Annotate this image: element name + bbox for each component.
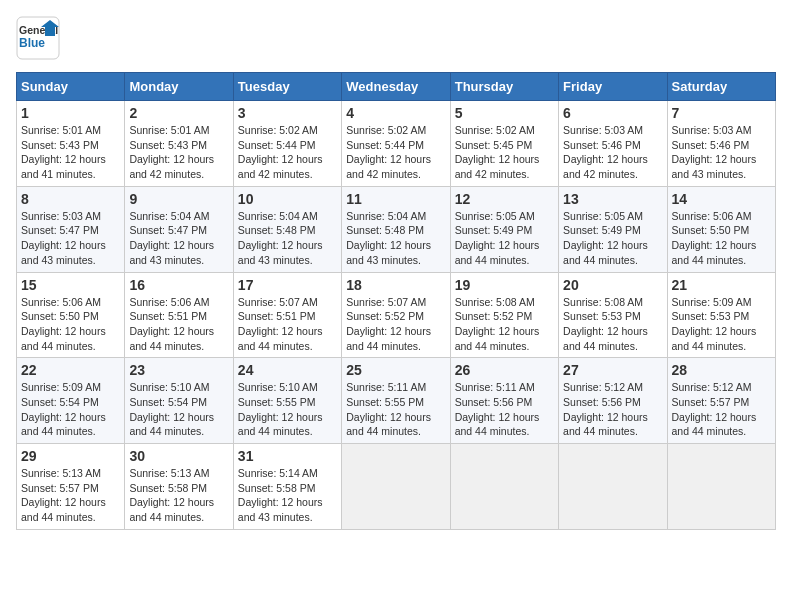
calendar-cell: 27Sunrise: 5:12 AM Sunset: 5:56 PM Dayli… xyxy=(559,358,667,444)
day-number: 1 xyxy=(21,105,120,121)
day-info: Sunrise: 5:13 AM Sunset: 5:58 PM Dayligh… xyxy=(129,466,228,525)
day-number: 24 xyxy=(238,362,337,378)
calendar-cell: 2Sunrise: 5:01 AM Sunset: 5:43 PM Daylig… xyxy=(125,101,233,187)
day-number: 6 xyxy=(563,105,662,121)
day-info: Sunrise: 5:10 AM Sunset: 5:55 PM Dayligh… xyxy=(238,380,337,439)
day-number: 5 xyxy=(455,105,554,121)
day-info: Sunrise: 5:02 AM Sunset: 5:44 PM Dayligh… xyxy=(346,123,445,182)
page-header: General Blue xyxy=(16,16,776,60)
day-number: 15 xyxy=(21,277,120,293)
calendar-cell: 8Sunrise: 5:03 AM Sunset: 5:47 PM Daylig… xyxy=(17,186,125,272)
calendar-cell: 23Sunrise: 5:10 AM Sunset: 5:54 PM Dayli… xyxy=(125,358,233,444)
day-info: Sunrise: 5:01 AM Sunset: 5:43 PM Dayligh… xyxy=(129,123,228,182)
day-info: Sunrise: 5:07 AM Sunset: 5:52 PM Dayligh… xyxy=(346,295,445,354)
day-number: 30 xyxy=(129,448,228,464)
day-number: 22 xyxy=(21,362,120,378)
day-number: 2 xyxy=(129,105,228,121)
calendar-cell: 14Sunrise: 5:06 AM Sunset: 5:50 PM Dayli… xyxy=(667,186,775,272)
header-day: Friday xyxy=(559,73,667,101)
header-day: Tuesday xyxy=(233,73,341,101)
calendar-cell: 6Sunrise: 5:03 AM Sunset: 5:46 PM Daylig… xyxy=(559,101,667,187)
day-info: Sunrise: 5:14 AM Sunset: 5:58 PM Dayligh… xyxy=(238,466,337,525)
day-number: 16 xyxy=(129,277,228,293)
day-number: 21 xyxy=(672,277,771,293)
day-info: Sunrise: 5:06 AM Sunset: 5:50 PM Dayligh… xyxy=(21,295,120,354)
day-info: Sunrise: 5:10 AM Sunset: 5:54 PM Dayligh… xyxy=(129,380,228,439)
calendar-cell: 13Sunrise: 5:05 AM Sunset: 5:49 PM Dayli… xyxy=(559,186,667,272)
day-info: Sunrise: 5:08 AM Sunset: 5:52 PM Dayligh… xyxy=(455,295,554,354)
calendar-cell xyxy=(342,444,450,530)
day-info: Sunrise: 5:12 AM Sunset: 5:57 PM Dayligh… xyxy=(672,380,771,439)
header-day: Saturday xyxy=(667,73,775,101)
day-number: 10 xyxy=(238,191,337,207)
day-info: Sunrise: 5:03 AM Sunset: 5:47 PM Dayligh… xyxy=(21,209,120,268)
day-info: Sunrise: 5:08 AM Sunset: 5:53 PM Dayligh… xyxy=(563,295,662,354)
calendar-week-row: 1Sunrise: 5:01 AM Sunset: 5:43 PM Daylig… xyxy=(17,101,776,187)
day-number: 4 xyxy=(346,105,445,121)
calendar-cell: 16Sunrise: 5:06 AM Sunset: 5:51 PM Dayli… xyxy=(125,272,233,358)
day-info: Sunrise: 5:06 AM Sunset: 5:50 PM Dayligh… xyxy=(672,209,771,268)
calendar-cell: 21Sunrise: 5:09 AM Sunset: 5:53 PM Dayli… xyxy=(667,272,775,358)
day-info: Sunrise: 5:09 AM Sunset: 5:54 PM Dayligh… xyxy=(21,380,120,439)
calendar-cell xyxy=(559,444,667,530)
day-number: 13 xyxy=(563,191,662,207)
day-number: 18 xyxy=(346,277,445,293)
day-info: Sunrise: 5:03 AM Sunset: 5:46 PM Dayligh… xyxy=(563,123,662,182)
day-number: 12 xyxy=(455,191,554,207)
calendar-cell: 31Sunrise: 5:14 AM Sunset: 5:58 PM Dayli… xyxy=(233,444,341,530)
day-info: Sunrise: 5:12 AM Sunset: 5:56 PM Dayligh… xyxy=(563,380,662,439)
header-day: Wednesday xyxy=(342,73,450,101)
calendar-cell: 7Sunrise: 5:03 AM Sunset: 5:46 PM Daylig… xyxy=(667,101,775,187)
day-number: 29 xyxy=(21,448,120,464)
day-number: 20 xyxy=(563,277,662,293)
calendar-cell: 15Sunrise: 5:06 AM Sunset: 5:50 PM Dayli… xyxy=(17,272,125,358)
day-info: Sunrise: 5:04 AM Sunset: 5:48 PM Dayligh… xyxy=(238,209,337,268)
day-number: 27 xyxy=(563,362,662,378)
day-number: 7 xyxy=(672,105,771,121)
day-info: Sunrise: 5:13 AM Sunset: 5:57 PM Dayligh… xyxy=(21,466,120,525)
calendar-cell: 11Sunrise: 5:04 AM Sunset: 5:48 PM Dayli… xyxy=(342,186,450,272)
day-number: 14 xyxy=(672,191,771,207)
logo: General Blue xyxy=(16,16,60,60)
calendar-week-row: 15Sunrise: 5:06 AM Sunset: 5:50 PM Dayli… xyxy=(17,272,776,358)
day-info: Sunrise: 5:05 AM Sunset: 5:49 PM Dayligh… xyxy=(563,209,662,268)
calendar-cell: 4Sunrise: 5:02 AM Sunset: 5:44 PM Daylig… xyxy=(342,101,450,187)
day-number: 26 xyxy=(455,362,554,378)
header-day: Thursday xyxy=(450,73,558,101)
calendar-cell: 26Sunrise: 5:11 AM Sunset: 5:56 PM Dayli… xyxy=(450,358,558,444)
calendar-cell: 22Sunrise: 5:09 AM Sunset: 5:54 PM Dayli… xyxy=(17,358,125,444)
day-number: 31 xyxy=(238,448,337,464)
calendar-cell: 12Sunrise: 5:05 AM Sunset: 5:49 PM Dayli… xyxy=(450,186,558,272)
calendar-cell: 17Sunrise: 5:07 AM Sunset: 5:51 PM Dayli… xyxy=(233,272,341,358)
calendar-cell: 29Sunrise: 5:13 AM Sunset: 5:57 PM Dayli… xyxy=(17,444,125,530)
day-info: Sunrise: 5:02 AM Sunset: 5:44 PM Dayligh… xyxy=(238,123,337,182)
day-info: Sunrise: 5:06 AM Sunset: 5:51 PM Dayligh… xyxy=(129,295,228,354)
calendar-cell: 5Sunrise: 5:02 AM Sunset: 5:45 PM Daylig… xyxy=(450,101,558,187)
calendar-cell: 3Sunrise: 5:02 AM Sunset: 5:44 PM Daylig… xyxy=(233,101,341,187)
calendar-cell: 20Sunrise: 5:08 AM Sunset: 5:53 PM Dayli… xyxy=(559,272,667,358)
calendar-cell: 1Sunrise: 5:01 AM Sunset: 5:43 PM Daylig… xyxy=(17,101,125,187)
day-info: Sunrise: 5:02 AM Sunset: 5:45 PM Dayligh… xyxy=(455,123,554,182)
calendar-cell: 25Sunrise: 5:11 AM Sunset: 5:55 PM Dayli… xyxy=(342,358,450,444)
calendar-cell: 30Sunrise: 5:13 AM Sunset: 5:58 PM Dayli… xyxy=(125,444,233,530)
day-info: Sunrise: 5:07 AM Sunset: 5:51 PM Dayligh… xyxy=(238,295,337,354)
day-info: Sunrise: 5:03 AM Sunset: 5:46 PM Dayligh… xyxy=(672,123,771,182)
calendar-cell xyxy=(450,444,558,530)
day-info: Sunrise: 5:01 AM Sunset: 5:43 PM Dayligh… xyxy=(21,123,120,182)
calendar-cell: 19Sunrise: 5:08 AM Sunset: 5:52 PM Dayli… xyxy=(450,272,558,358)
day-number: 23 xyxy=(129,362,228,378)
svg-text:Blue: Blue xyxy=(19,36,45,50)
day-info: Sunrise: 5:04 AM Sunset: 5:47 PM Dayligh… xyxy=(129,209,228,268)
day-number: 9 xyxy=(129,191,228,207)
calendar-week-row: 22Sunrise: 5:09 AM Sunset: 5:54 PM Dayli… xyxy=(17,358,776,444)
day-info: Sunrise: 5:11 AM Sunset: 5:55 PM Dayligh… xyxy=(346,380,445,439)
day-info: Sunrise: 5:05 AM Sunset: 5:49 PM Dayligh… xyxy=(455,209,554,268)
day-info: Sunrise: 5:09 AM Sunset: 5:53 PM Dayligh… xyxy=(672,295,771,354)
logo-svg: General Blue xyxy=(16,16,60,60)
day-number: 11 xyxy=(346,191,445,207)
day-info: Sunrise: 5:11 AM Sunset: 5:56 PM Dayligh… xyxy=(455,380,554,439)
day-number: 8 xyxy=(21,191,120,207)
header-day: Monday xyxy=(125,73,233,101)
day-number: 3 xyxy=(238,105,337,121)
day-number: 19 xyxy=(455,277,554,293)
